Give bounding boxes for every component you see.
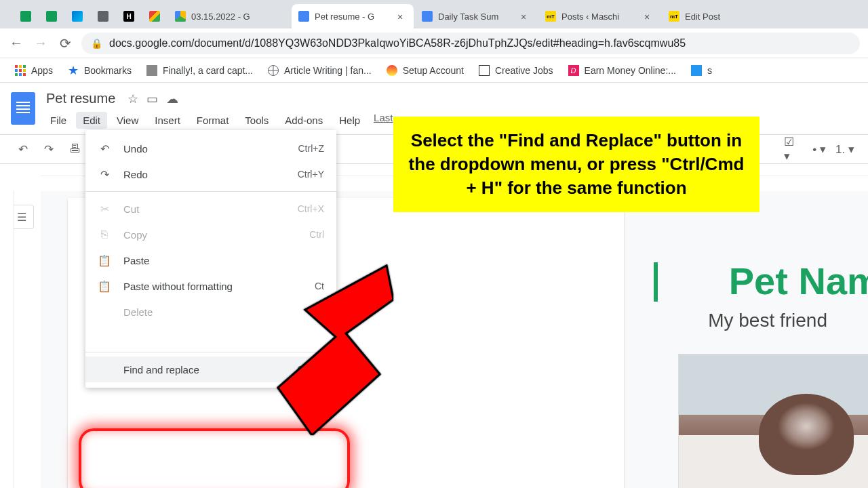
bookmarks-shortcut[interactable]: ★ Bookmarks bbox=[62, 60, 137, 81]
cloud-status-icon[interactable]: ☁ bbox=[166, 92, 178, 106]
bookmark-item[interactable]: Creative Jobs bbox=[473, 62, 559, 79]
bookmark-item[interactable]: DEarn Money Online:... bbox=[563, 62, 682, 79]
bookmark-favicon: D bbox=[568, 65, 579, 76]
close-icon[interactable]: × bbox=[644, 12, 654, 21]
browser-tab-active[interactable]: Pet resume - G× bbox=[292, 4, 414, 28]
browser-tab[interactable]: Daily Task Sum× bbox=[415, 4, 537, 28]
redo-button[interactable]: ↷ bbox=[39, 140, 58, 159]
bookmark-item[interactable]: Finally!, a card capt... bbox=[141, 62, 258, 79]
menu-item-label: Undo bbox=[123, 143, 148, 155]
paste-icon: 📋 bbox=[98, 254, 111, 267]
menu-item-label: Cut bbox=[123, 203, 139, 215]
browser-tab[interactable]: 03.15.2022 - G bbox=[168, 4, 290, 28]
menu-insert[interactable]: Insert bbox=[148, 112, 187, 129]
menu-item-label: Delete bbox=[123, 306, 153, 318]
browser-tab[interactable]: mTEdit Post bbox=[662, 4, 750, 28]
menu-shortcut: Ctrl+X bbox=[298, 203, 324, 214]
redo-icon: ↷ bbox=[98, 168, 111, 181]
menu-redo[interactable]: ↷ Redo Ctrl+Y bbox=[85, 161, 336, 187]
svg-marker-0 bbox=[278, 266, 393, 435]
tab-title: Pet resume - G bbox=[315, 12, 392, 22]
apps-icon bbox=[15, 65, 26, 76]
menu-edit[interactable]: Edit bbox=[76, 112, 107, 129]
undo-icon: ↶ bbox=[98, 142, 111, 155]
close-icon[interactable]: × bbox=[397, 12, 407, 21]
bulleted-list-button[interactable]: • ▾ bbox=[810, 140, 829, 159]
bookmark-favicon bbox=[146, 65, 157, 76]
url-text: docs.google.com/document/d/1088YQ3W63oND… bbox=[109, 37, 686, 49]
menu-shortcut: Ctrl+Y bbox=[298, 169, 324, 180]
browser-tab[interactable] bbox=[65, 4, 90, 28]
page-heading[interactable]: Pet Name bbox=[729, 259, 868, 303]
menu-view[interactable]: View bbox=[110, 112, 145, 129]
checklist-button[interactable]: ☑ ▾ bbox=[784, 140, 803, 159]
vertical-ruler[interactable] bbox=[0, 191, 14, 488]
tab-title: Edit Post bbox=[685, 12, 743, 22]
bookmarks-bar: Apps ★ Bookmarks Finally!, a card capt..… bbox=[0, 58, 868, 83]
address-bar[interactable]: 🔒 docs.google.com/document/d/1088YQ3W63o… bbox=[81, 33, 860, 54]
favicon: mT bbox=[669, 11, 679, 22]
bookmark-favicon bbox=[479, 65, 490, 76]
tab-title: Daily Task Sum bbox=[438, 12, 515, 22]
tab-title: 03.15.2022 - G bbox=[191, 12, 283, 22]
menu-file[interactable]: File bbox=[43, 112, 73, 129]
menu-cut[interactable]: ✂ Cut Ctrl+X bbox=[85, 196, 336, 222]
bookmark-favicon bbox=[387, 65, 397, 76]
favicon bbox=[20, 11, 31, 22]
menu-shortcut: Ctrl+Z bbox=[298, 143, 325, 154]
forward-button[interactable]: → bbox=[33, 35, 49, 52]
menu-item-label: Paste without formatting bbox=[123, 281, 233, 292]
docs-logo-icon[interactable] bbox=[11, 92, 35, 125]
menu-help[interactable]: Help bbox=[332, 112, 367, 129]
browser-tab[interactable]: mTPosts ‹ Maschi× bbox=[538, 4, 660, 28]
bookmark-label: Article Writing | fan... bbox=[284, 65, 372, 76]
apps-label: Apps bbox=[31, 65, 53, 76]
favicon: H bbox=[123, 11, 134, 22]
bookmark-label: Finally!, a card capt... bbox=[163, 65, 253, 76]
menu-copy[interactable]: ⎘ Copy Ctrl bbox=[85, 222, 336, 247]
browser-tab[interactable] bbox=[91, 4, 115, 28]
menu-addons[interactable]: Add-ons bbox=[278, 112, 330, 129]
print-button[interactable]: 🖶 bbox=[65, 140, 84, 159]
pet-photo[interactable] bbox=[678, 354, 868, 488]
menu-separator bbox=[85, 191, 336, 192]
apps-shortcut[interactable]: Apps bbox=[9, 62, 58, 79]
menu-item-label: Paste bbox=[123, 255, 149, 266]
cut-icon: ✂ bbox=[98, 203, 111, 216]
back-button[interactable]: ← bbox=[8, 35, 24, 52]
menu-item-label: Redo bbox=[123, 169, 148, 180]
browser-tab[interactable] bbox=[14, 4, 38, 28]
document-title[interactable]: Pet resume bbox=[43, 89, 118, 108]
browser-nav-bar: ← → ⟳ 🔒 docs.google.com/document/d/1088Y… bbox=[0, 28, 868, 58]
favicon bbox=[98, 11, 108, 22]
undo-button[interactable]: ↶ bbox=[14, 140, 33, 159]
numbered-list-button[interactable]: 1. ▾ bbox=[835, 140, 854, 159]
bookmark-item[interactable]: s bbox=[686, 62, 717, 79]
menu-undo[interactable]: ↶ Undo Ctrl+Z bbox=[85, 136, 336, 161]
reload-button[interactable]: ⟳ bbox=[57, 35, 73, 52]
menu-tools[interactable]: Tools bbox=[238, 112, 275, 129]
drive-icon bbox=[175, 11, 186, 22]
instruction-callout: Select the "Find and Replace" button in … bbox=[393, 117, 760, 212]
page-subheading[interactable]: My best friend bbox=[708, 310, 827, 331]
menu-item-label: Copy bbox=[123, 229, 147, 241]
favicon: mT bbox=[545, 11, 556, 22]
arrow-annotation bbox=[271, 259, 393, 438]
menu-format[interactable]: Format bbox=[190, 112, 236, 129]
bookmark-label: Creative Jobs bbox=[495, 65, 553, 76]
close-icon[interactable]: × bbox=[521, 12, 530, 21]
last-edit-link[interactable]: Last bbox=[374, 112, 393, 129]
browser-tab[interactable] bbox=[142, 4, 167, 28]
bookmark-favicon bbox=[691, 65, 702, 76]
copy-icon: ⎘ bbox=[98, 228, 111, 241]
browser-tab[interactable]: H bbox=[117, 4, 141, 28]
star-icon[interactable]: ☆ bbox=[127, 92, 138, 106]
move-icon[interactable]: ▭ bbox=[146, 92, 158, 106]
heading-accent-bar bbox=[654, 262, 658, 302]
star-icon: ★ bbox=[68, 63, 79, 78]
favicon bbox=[149, 11, 160, 22]
browser-tab[interactable] bbox=[39, 4, 64, 28]
bookmark-item[interactable]: Setup Account bbox=[381, 62, 469, 79]
bookmark-item[interactable]: Article Writing | fan... bbox=[262, 62, 377, 79]
globe-icon bbox=[268, 65, 279, 76]
